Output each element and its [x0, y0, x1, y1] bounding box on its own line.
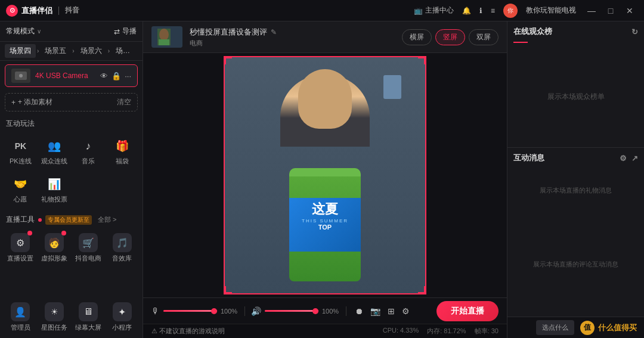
info-icon[interactable]: ℹ: [479, 7, 482, 15]
status-bar: ⚠ 不建议直播的游戏说明 CPU: 4.33% 内存: 81.72% 帧率: 3…: [143, 324, 507, 338]
scene-tab-2[interactable]: 场景六: [76, 44, 107, 58]
record-icon[interactable]: ⏺: [355, 306, 363, 316]
main-layout: 常规模式 ∨ ⇄ 导播 场景四 › 场景五 › 场景六 › 场… 4K USB …: [0, 21, 644, 338]
settings-badge: [27, 231, 32, 235]
vip-dot: [38, 218, 42, 222]
studio-center-btn[interactable]: 📺 主播中心: [414, 5, 454, 15]
cpu-stat: CPU: 4.33%: [383, 327, 419, 336]
sidebar-top: 常规模式 ∨ ⇄ 导播: [0, 21, 143, 42]
screenshot-icon[interactable]: 📷: [370, 306, 380, 316]
more-icon[interactable]: ···: [125, 72, 131, 80]
avatar-label: 虚拟形象: [41, 254, 67, 263]
sidebar: 常规模式 ∨ ⇄ 导播 场景四 › 场景五 › 场景六 › 场… 4K USB …: [0, 21, 143, 338]
tool-greenscreen[interactable]: 🖥 绿幕大屏: [73, 299, 104, 336]
settings-small-icon[interactable]: ⚙: [402, 306, 410, 316]
minimize-button[interactable]: —: [583, 2, 600, 19]
mode-label: 常规模式: [6, 26, 35, 36]
layout-icon[interactable]: ⊞: [388, 306, 395, 316]
start-live-button[interactable]: 开始直播: [436, 301, 499, 321]
scene-arrow-icon: ›: [37, 48, 39, 54]
greenscreen-icon: 🖥: [79, 302, 98, 321]
studio-center-icon: 📺: [414, 7, 423, 15]
app-logo: ⊙ 直播伴侣 抖音: [6, 5, 79, 17]
vote-label: 礼物投票: [41, 195, 67, 204]
clear-button[interactable]: 清空: [117, 97, 131, 107]
lock-icon[interactable]: 🔒: [112, 72, 121, 80]
scene-tab-3[interactable]: 场…: [111, 44, 135, 58]
live-tool-settings[interactable]: ⚙ 直播设置: [5, 230, 36, 266]
add-material-btn[interactable]: + + 添加素材 清空: [5, 93, 138, 111]
camera-feed: 这夏 THIS SUMMER TOP: [224, 56, 426, 294]
mic-slider-thumb: [211, 308, 217, 314]
audience-red-line: [513, 42, 528, 43]
stream-title-text: 秒懂投屏直播设备测评: [190, 27, 267, 38]
admin-icon: 👤: [11, 302, 30, 321]
extra-control-icons: ⏺ 📷 ⊞ ⚙: [355, 306, 410, 316]
live-tool-ecommerce[interactable]: 🛒 抖音电商: [73, 230, 104, 266]
import-button[interactable]: ⇄ 导播: [114, 26, 137, 36]
add-material-label: + 添加素材: [18, 97, 52, 107]
audience-actions: ↻: [631, 27, 638, 36]
tool-audience[interactable]: 👥 观众连线: [39, 134, 70, 169]
messages-expand-icon[interactable]: ↗: [631, 154, 638, 163]
edit-title-icon[interactable]: ✎: [271, 28, 277, 36]
avatar-badge: [61, 231, 66, 235]
speaker-icon[interactable]: 🔊: [251, 306, 261, 316]
plus-icon: +: [11, 98, 16, 107]
messages-settings-icon[interactable]: ⚙: [620, 154, 627, 163]
controls-divider: [244, 306, 245, 316]
notification-icon[interactable]: 🔔: [462, 7, 471, 15]
all-link[interactable]: 全部 >: [98, 215, 116, 224]
wish-label: 心愿: [14, 195, 27, 204]
mic-slider[interactable]: [163, 310, 217, 312]
stream-category: 电商: [190, 39, 395, 48]
preview-area: 这夏 THIS SUMMER TOP: [143, 53, 507, 297]
tool-admin[interactable]: 👤 管理员: [5, 299, 36, 336]
scene-arrow-icon: ›: [108, 48, 110, 54]
audience-label: 观众连线: [41, 157, 67, 166]
bottom-controls: 🎙 100% 🔊 100% ⏺ 📷 ⊞: [143, 297, 507, 324]
brand-bar: 选点什么 值 什么值得买: [507, 317, 644, 338]
tool-wish[interactable]: 🤝 心愿: [5, 172, 36, 207]
menu-icon[interactable]: ≡: [491, 7, 495, 15]
audience-refresh-icon[interactable]: ↻: [631, 27, 638, 36]
avatar[interactable]: 你: [503, 4, 518, 18]
live-tool-sfx[interactable]: 🎵 音效库: [106, 230, 138, 266]
eye-icon[interactable]: 👁: [100, 72, 108, 80]
tool-vote[interactable]: 📊 礼物投票: [39, 172, 70, 207]
wish-icon: 🤝: [11, 175, 29, 193]
miniapp-icon: ✦: [113, 302, 132, 321]
username-label: 教你玩智能电视: [526, 5, 576, 15]
tool-music[interactable]: ♪ 音乐: [73, 134, 104, 169]
mic-icon[interactable]: 🎙: [151, 306, 160, 316]
tool-lucky-bag[interactable]: 🎁 福袋: [106, 134, 138, 169]
tool-pk[interactable]: PK PK连线: [5, 134, 36, 169]
speaker-slider[interactable]: [265, 310, 318, 312]
close-button[interactable]: ✕: [621, 2, 638, 19]
scene-tab-0[interactable]: 场景四: [5, 44, 36, 58]
stream-thumbnail: [151, 26, 182, 48]
brand-button[interactable]: 选点什么: [536, 320, 574, 335]
ecommerce-icon: 🛒: [79, 233, 98, 252]
mode-horizontal-btn[interactable]: 横屏: [402, 29, 432, 45]
scene-tab-1[interactable]: 场景五: [40, 44, 71, 58]
screen-mode-buttons: 横屏 竖屏 双屏: [402, 29, 499, 45]
live-tools-grid: ⚙ 直播设置 🧑 虚拟形象 🛒 抖音电商 🎵 音效库: [0, 227, 143, 269]
tool-mission[interactable]: ☀ 星图任务: [39, 299, 70, 336]
avatar-tool-icon: 🧑: [45, 233, 64, 252]
mode-vertical-btn[interactable]: 竖屏: [435, 29, 465, 45]
bottom-tools-grid: 👤 管理员 ☀ 星图任务 🖥 绿幕大屏 ✦ 小程序: [0, 296, 143, 338]
tool-miniapp[interactable]: ✦ 小程序: [106, 299, 138, 336]
source-item: 4K USB Camera 👁 🔒 ···: [5, 64, 138, 87]
import-label: 导播: [122, 26, 137, 36]
center-panel: 秒懂投屏直播设备测评 ✎ 电商 横屏 竖屏 双屏: [143, 21, 507, 338]
maximize-button[interactable]: □: [602, 2, 619, 19]
mic-volume-control: 🎙 100%: [151, 306, 239, 316]
window-controls: — □ ✕: [583, 2, 638, 19]
import-icon: ⇄: [114, 27, 120, 36]
live-tool-avatar[interactable]: 🧑 虚拟形象: [39, 230, 70, 266]
mode-dual-btn[interactable]: 双屏: [469, 29, 499, 45]
music-icon: ♪: [79, 137, 97, 155]
stream-header: 秒懂投屏直播设备测评 ✎ 电商 横屏 竖屏 双屏: [143, 21, 507, 53]
mode-selector[interactable]: 常规模式 ∨: [6, 26, 41, 36]
